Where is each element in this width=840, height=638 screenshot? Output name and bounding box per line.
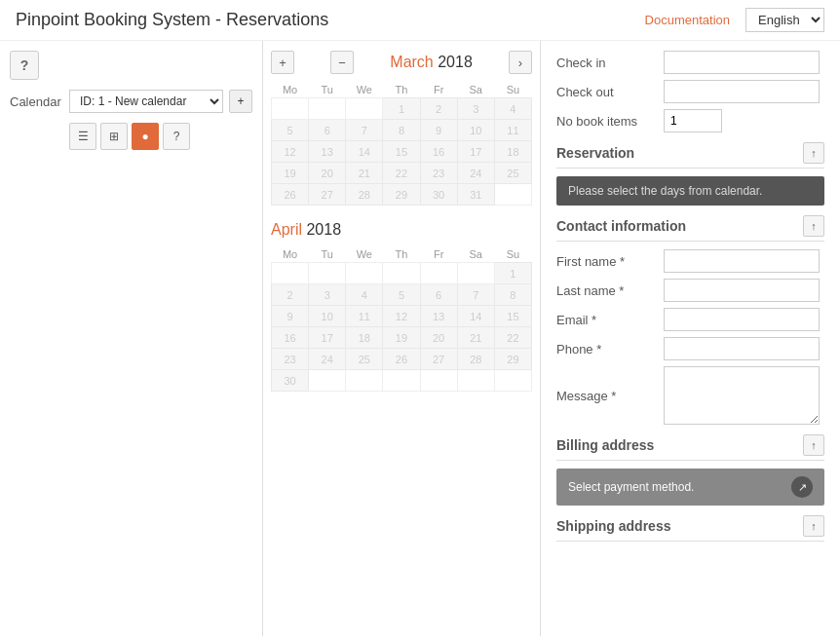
calendar-day[interactable]: 18 <box>494 141 531 163</box>
lastname-input[interactable] <box>664 279 820 302</box>
calendar-day[interactable]: 13 <box>309 141 346 163</box>
calendar-day[interactable]: 31 <box>457 184 494 206</box>
calendar-day[interactable]: 27 <box>420 349 457 370</box>
prev-month-btn[interactable]: + <box>271 51 294 74</box>
calendar-day[interactable]: 22 <box>494 327 531 349</box>
calendar-day[interactable]: 1 <box>494 263 531 284</box>
firstname-input[interactable] <box>664 249 820 273</box>
shipping-collapse-btn[interactable]: ↑ <box>803 515 824 537</box>
calendar-selector[interactable]: ID: 1 - New calendar <box>69 90 223 113</box>
calendar-day[interactable]: 19 <box>383 327 420 349</box>
calendar-day[interactable]: 12 <box>383 306 420 327</box>
day-header-sa: Sa <box>457 246 494 263</box>
calendar-day[interactable]: 4 <box>346 284 383 306</box>
calendar-day[interactable]: 3 <box>309 284 346 306</box>
list-view-btn[interactable]: ☰ <box>69 123 96 150</box>
calendar-day[interactable]: 9 <box>420 120 457 141</box>
calendar-day[interactable]: 2 <box>420 98 457 120</box>
calendar-day[interactable]: 24 <box>457 163 494 184</box>
calendar-day[interactable]: 14 <box>346 141 383 163</box>
calendar-day[interactable]: 8 <box>383 120 420 141</box>
calendar-day[interactable]: 6 <box>420 284 457 306</box>
calendar-day <box>272 98 309 120</box>
calendar-day[interactable]: 30 <box>420 184 457 206</box>
billing-collapse-btn[interactable]: ↑ <box>803 434 824 456</box>
calendar-day[interactable]: 2 <box>272 284 309 306</box>
calendar-day[interactable]: 28 <box>346 184 383 206</box>
april-calendar: April 2018 Mo Tu We Th Fr Sa Su 1234 <box>271 221 532 392</box>
calendar-day[interactable]: 21 <box>346 163 383 184</box>
checkin-input[interactable] <box>664 51 820 74</box>
calendar-day[interactable]: 14 <box>457 306 494 327</box>
phone-row: Phone * <box>556 337 824 360</box>
calendar-day <box>457 263 494 284</box>
message-textarea[interactable] <box>664 366 820 425</box>
app-header: Pinpoint Booking System - Reservations D… <box>0 0 840 41</box>
contact-title: Contact information <box>556 218 686 234</box>
calendar-day[interactable]: 16 <box>420 141 457 163</box>
calendar-day <box>457 370 494 392</box>
calendar-day[interactable]: 11 <box>494 120 531 141</box>
calendar-day[interactable]: 22 <box>383 163 420 184</box>
help-button[interactable]: ? <box>10 51 39 80</box>
calendar-day[interactable]: 21 <box>457 327 494 349</box>
prev-nav-btn[interactable]: − <box>330 51 354 74</box>
calendar-day[interactable]: 29 <box>383 184 420 206</box>
settings-btn[interactable]: ? <box>163 123 190 150</box>
calendar-day[interactable]: 17 <box>309 327 346 349</box>
calendar-day[interactable]: 17 <box>457 141 494 163</box>
calendar-day[interactable]: 7 <box>457 284 494 306</box>
calendar-day[interactable]: 9 <box>272 306 309 327</box>
month-view-btn[interactable]: ⊞ <box>100 123 128 150</box>
email-input[interactable] <box>664 308 820 331</box>
calendar-day[interactable]: 25 <box>494 163 531 184</box>
calendar-day[interactable]: 8 <box>494 284 531 306</box>
toolbar-row: ☰ ⊞ ● ? <box>69 123 252 150</box>
calendar-day[interactable]: 12 <box>272 141 309 163</box>
calendar-day[interactable]: 19 <box>272 163 309 184</box>
calendar-day[interactable]: 13 <box>420 306 457 327</box>
calendar-day[interactable]: 3 <box>457 98 494 120</box>
calendar-day[interactable]: 30 <box>272 370 309 392</box>
header-right: Documentation English <box>645 8 824 32</box>
calendar-day[interactable]: 28 <box>457 349 494 370</box>
language-select[interactable]: English <box>745 8 824 32</box>
calendar-day[interactable]: 4 <box>494 98 531 120</box>
calendar-day[interactable]: 24 <box>309 349 346 370</box>
calendar-day[interactable]: 10 <box>309 306 346 327</box>
checkin-label: Check in <box>556 56 664 70</box>
contact-collapse-btn[interactable]: ↑ <box>803 215 824 237</box>
next-month-btn[interactable]: › <box>509 51 532 74</box>
calendar-day[interactable]: 29 <box>494 349 531 370</box>
calendar-day[interactable]: 6 <box>309 120 346 141</box>
calendar-day[interactable]: 5 <box>383 284 420 306</box>
calendar-day[interactable]: 27 <box>309 184 346 206</box>
nobook-label: No book items <box>556 114 664 129</box>
calendar-day[interactable]: 7 <box>346 120 383 141</box>
calendar-day[interactable]: 16 <box>272 327 309 349</box>
calendar-day[interactable]: 26 <box>272 184 309 206</box>
calendar-day[interactable]: 11 <box>346 306 383 327</box>
billing-section-header: Billing address ↑ <box>556 434 824 461</box>
reservation-collapse-btn[interactable]: ↑ <box>803 142 824 164</box>
calendar-day[interactable]: 25 <box>346 349 383 370</box>
calendar-day[interactable]: 20 <box>420 327 457 349</box>
highlight-btn[interactable]: ● <box>132 123 159 150</box>
checkout-input[interactable] <box>664 80 820 103</box>
calendar-day[interactable]: 5 <box>272 120 309 141</box>
documentation-link[interactable]: Documentation <box>645 13 730 27</box>
calendar-day[interactable]: 15 <box>383 141 420 163</box>
calendar-day <box>494 370 531 392</box>
checkout-label: Check out <box>556 85 664 99</box>
calendar-day[interactable]: 18 <box>346 327 383 349</box>
calendar-nav-btn[interactable]: + <box>229 90 252 113</box>
phone-input[interactable] <box>664 337 820 360</box>
calendar-day[interactable]: 23 <box>272 349 309 370</box>
nobook-input[interactable] <box>664 109 722 132</box>
calendar-day[interactable]: 20 <box>309 163 346 184</box>
calendar-day[interactable]: 23 <box>420 163 457 184</box>
calendar-day[interactable]: 26 <box>383 349 420 370</box>
calendar-day[interactable]: 10 <box>457 120 494 141</box>
calendar-day[interactable]: 15 <box>494 306 531 327</box>
calendar-day[interactable]: 1 <box>383 98 420 120</box>
